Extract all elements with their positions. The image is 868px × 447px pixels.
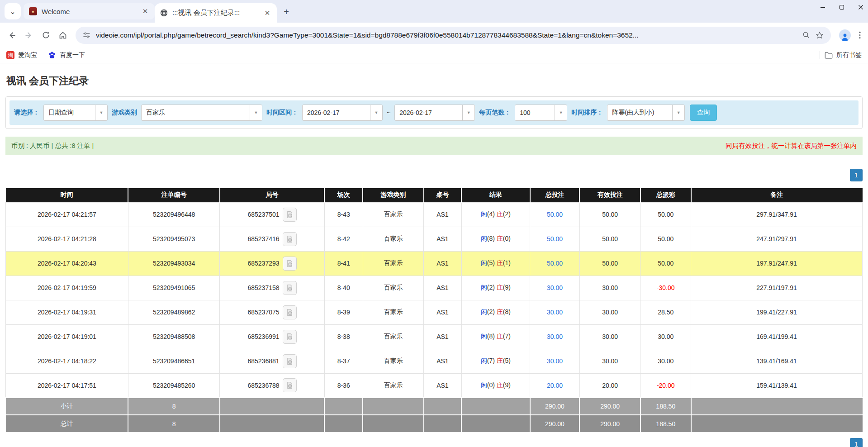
bet-id-cell: 523209486651 — [128, 349, 220, 373]
payout-value: 30.00 — [658, 333, 674, 340]
restore-icon[interactable] — [839, 5, 844, 10]
table-no-cell: AS1 — [424, 227, 461, 251]
total-bet-link[interactable]: 20.00 — [547, 382, 563, 389]
video-replay-button[interactable] — [283, 257, 297, 271]
total-bet-cell: 20.00 — [530, 373, 580, 398]
total-bet-link[interactable]: 30.00 — [547, 333, 563, 340]
all-bookmarks[interactable]: 所有书签 — [825, 51, 862, 59]
table-row: 2026-02-17 04:19:59 523209491065 6852371… — [6, 276, 863, 300]
remark-cell: 199.41/227.91 — [691, 300, 863, 324]
round-cell: 685237158 — [220, 276, 324, 300]
payout-value: 30.00 — [658, 357, 674, 365]
time-cell: 2026-02-17 04:21:57 — [6, 202, 128, 227]
total-bet-link[interactable]: 30.00 — [547, 284, 563, 291]
page-size-select[interactable]: 100 ▼ — [515, 105, 567, 121]
total-bet-link[interactable]: 50.00 — [547, 235, 563, 243]
bookmark-star-icon[interactable] — [816, 31, 824, 39]
payout-value: 50.00 — [658, 211, 674, 218]
empty-cell — [424, 415, 461, 432]
page-size-label: 每页笔数： — [479, 109, 511, 117]
session-cell: 8-40 — [324, 276, 363, 300]
page-1-button[interactable]: 1 — [850, 169, 863, 181]
total-bet-cell: 30.00 — [530, 324, 580, 349]
column-header: 时间 — [6, 188, 128, 202]
tab-title: :::视讯 会员下注纪录::: — [172, 9, 259, 17]
result-player: 闲 — [481, 235, 487, 242]
tune-icon[interactable] — [83, 31, 90, 39]
remark-cell: 297.91/347.91 — [691, 202, 863, 227]
close-icon[interactable] — [858, 5, 863, 10]
video-replay-button[interactable] — [283, 378, 297, 392]
game-type-cell: 百家乐 — [363, 202, 423, 227]
bookmark-taobao[interactable]: 淘 爱淘宝 — [6, 51, 37, 59]
valid-bet-cell: 20.00 — [579, 373, 640, 398]
round-id: 685236881 — [247, 357, 279, 365]
globe-favicon-icon — [160, 9, 168, 17]
minimize-icon[interactable] — [820, 5, 825, 10]
pagination-top: 1 — [5, 169, 863, 181]
tab-betrecord[interactable]: :::视讯 会员下注纪录::: ✕ — [155, 3, 277, 23]
total-bet-link[interactable]: 30.00 — [547, 357, 563, 365]
result-cell: 闲(8) 庄(7) — [461, 324, 530, 349]
caret-down-icon: ▼ — [95, 105, 107, 120]
sort-select[interactable]: 降幂(由大到小) ▼ — [607, 105, 685, 121]
url-bar[interactable]: videoie.com/ipl/portal.php/game/betrecor… — [76, 27, 831, 44]
video-replay-button[interactable] — [283, 354, 297, 368]
bet-id-cell: 523209495073 — [128, 227, 220, 251]
total-bet-link[interactable]: 50.00 — [547, 211, 563, 218]
close-tab-icon[interactable]: ✕ — [263, 9, 271, 17]
video-replay-button[interactable] — [283, 232, 297, 246]
tab-search-button[interactable]: ⌄ — [5, 3, 21, 19]
round-id: 685237158 — [247, 284, 279, 291]
total-bet-link[interactable]: 30.00 — [547, 309, 563, 316]
menu-kebab-icon[interactable] — [859, 31, 861, 39]
sort-value: 降幂(由大到小) — [607, 105, 672, 120]
forward-icon[interactable] — [24, 31, 33, 40]
url-text[interactable]: videoie.com/ipl/portal.php/game/betrecor… — [96, 31, 797, 39]
new-tab-button[interactable]: + — [280, 5, 293, 19]
payout-cell: 28.50 — [640, 300, 691, 324]
video-replay-button[interactable] — [283, 281, 297, 295]
home-icon[interactable] — [58, 31, 67, 40]
payout-cell: 50.00 — [640, 251, 691, 276]
profile-avatar[interactable] — [839, 29, 851, 41]
bookmark-baidu[interactable]: 百度一下 — [48, 51, 85, 59]
result-banker-count: (9) — [503, 284, 511, 291]
reload-icon[interactable] — [42, 31, 50, 39]
date-from-select[interactable]: 2026-02-17 ▼ — [302, 105, 383, 121]
result-player: 闲 — [481, 284, 487, 291]
date-to-select[interactable]: 2026-02-17 ▼ — [394, 105, 475, 121]
query-type-select[interactable]: 日期查询 ▼ — [43, 105, 108, 121]
column-header: 注单编号 — [128, 188, 220, 202]
column-header: 总派彩 — [640, 188, 691, 202]
video-replay-button[interactable] — [283, 330, 297, 344]
column-header: 局号 — [220, 188, 324, 202]
result-player-count: (7) — [487, 357, 495, 364]
page-1-button[interactable]: 1 — [850, 438, 863, 447]
result-banker-count: (8) — [503, 308, 511, 315]
game-type-select[interactable]: 百家乐 ▼ — [141, 105, 262, 121]
result-cell: 闲(7) 庄(5) — [461, 349, 530, 373]
session-cell: 8-36 — [324, 373, 363, 398]
back-icon[interactable] — [7, 31, 16, 40]
close-tab-icon[interactable]: ✕ — [141, 7, 149, 15]
valid-bet-cell: 50.00 — [579, 227, 640, 251]
search-button[interactable]: 查询 — [690, 105, 717, 121]
total-bet-link[interactable]: 50.00 — [547, 260, 563, 267]
video-replay-button[interactable] — [283, 208, 297, 222]
game-type-cell: 百家乐 — [363, 349, 423, 373]
game-type-cell: 百家乐 — [363, 324, 423, 349]
video-replay-button[interactable] — [283, 305, 297, 319]
total-valid-bet: 290.00 — [579, 415, 640, 432]
time-cell: 2026-02-17 04:19:31 — [6, 300, 128, 324]
browser-tab-strip: ⌄ ♠ Welcome ✕ :::视讯 会员下注纪录::: ✕ + — [0, 0, 868, 23]
zoom-icon[interactable] — [802, 31, 810, 39]
tab-welcome[interactable]: ♠ Welcome ✕ — [24, 3, 155, 19]
bet-records-table: 时间注单编号局号场次游戏类别桌号结果总投注有效投注总派彩备注 2026-02-1… — [5, 188, 863, 432]
bet-id-cell: 523209489862 — [128, 300, 220, 324]
page-size-value: 100 — [515, 105, 555, 120]
table-row: 2026-02-17 04:21:28 523209495073 6852374… — [6, 227, 863, 251]
caret-down-icon: ▼ — [555, 105, 567, 120]
result-player: 闲 — [481, 210, 487, 218]
subtotal-label: 小计 — [6, 398, 128, 415]
